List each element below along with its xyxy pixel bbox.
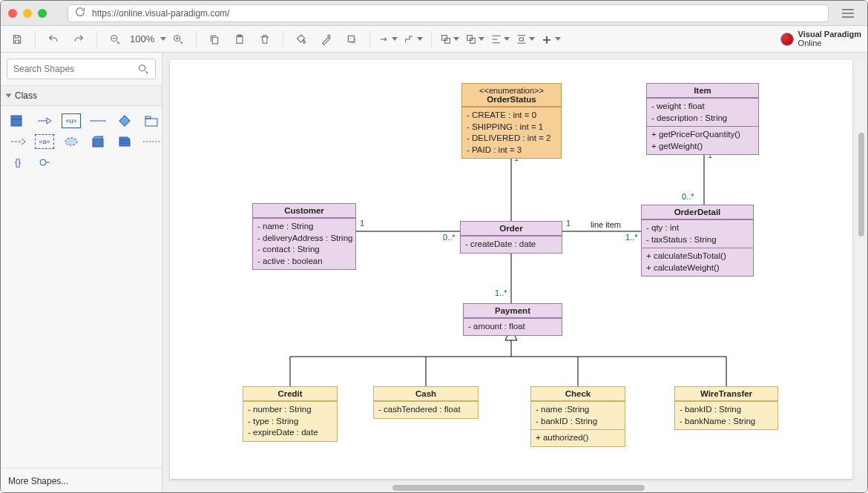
palette-association[interactable] <box>88 113 108 128</box>
distribute-button[interactable] <box>515 30 536 49</box>
attr: - number : String <box>248 404 332 416</box>
to-back-button[interactable] <box>464 30 485 49</box>
search-shapes-box[interactable] <box>7 59 156 79</box>
shapes-sidebar: Class «u» «a» {} More Shapes... <box>1 53 162 493</box>
zoom-percent[interactable]: 100% <box>127 33 157 44</box>
zoom-out-button[interactable] <box>105 30 125 49</box>
align-button[interactable] <box>490 30 510 49</box>
vertical-scrollbar[interactable] <box>857 59 866 479</box>
svg-rect-15 <box>145 119 157 126</box>
class-check[interactable]: Check - name :String - bankID : String +… <box>530 386 625 447</box>
canvas-area: 1 0..* 1 1 1..* line item 0..* 1 1..* <<… <box>162 53 867 493</box>
mult-customer-side: 1 <box>360 219 364 228</box>
scrollbar-thumb[interactable] <box>858 133 864 236</box>
palette-anchor[interactable] <box>142 134 161 149</box>
copy-button[interactable] <box>204 30 225 49</box>
connector-style-button[interactable] <box>378 30 398 49</box>
palette-usage[interactable]: «u» <box>62 113 81 128</box>
palette-package[interactable] <box>142 113 161 128</box>
op: + getWeight() <box>651 141 754 153</box>
class-cash[interactable]: Cash - cashTendered : float <box>373 386 479 419</box>
palette-note[interactable] <box>115 134 134 149</box>
paste-button[interactable] <box>229 30 250 49</box>
zoom-in-button[interactable] <box>168 30 188 49</box>
palette-dependency[interactable] <box>8 134 27 149</box>
more-shapes-link[interactable]: More Shapes... <box>1 468 162 493</box>
palette-class-shape[interactable] <box>8 113 27 128</box>
svg-rect-7 <box>445 38 450 43</box>
role-line-item: line item <box>591 220 621 229</box>
class-payment[interactable]: Payment - amount : float <box>463 303 562 336</box>
category-class[interactable]: Class <box>1 85 162 106</box>
attr: - bankID : String <box>536 416 620 428</box>
class-credit[interactable]: Credit - number : String - type : String… <box>243 386 338 442</box>
url-text: https://online.visual-paradigm.com/ <box>92 8 229 19</box>
fill-color-button[interactable] <box>291 30 312 49</box>
close-window-button[interactable] <box>8 9 17 18</box>
collapse-icon <box>6 94 12 98</box>
attr: - amount : float <box>468 321 557 333</box>
category-label: Class <box>15 90 37 101</box>
search-shapes-input[interactable] <box>13 64 137 74</box>
svg-rect-8 <box>470 38 476 43</box>
attr: - qty : int <box>646 222 749 234</box>
svg-rect-16 <box>145 116 151 119</box>
line-color-button[interactable] <box>316 30 337 49</box>
waypoint-style-button[interactable] <box>403 30 424 49</box>
attr: - name : String <box>257 221 351 233</box>
svg-rect-5 <box>349 36 355 42</box>
palette-interface[interactable] <box>35 155 54 170</box>
undo-button[interactable] <box>43 30 64 49</box>
svg-point-10 <box>139 65 145 71</box>
class-orderdetail[interactable]: OrderDetail - qty : int - taxStatus : St… <box>641 205 754 277</box>
brand-line1: Visual Paradigm <box>798 30 861 39</box>
class-name: Payment <box>495 306 530 315</box>
add-button[interactable]: ＋ <box>540 30 561 49</box>
class-order[interactable]: Order - createDate : date <box>460 221 562 254</box>
class-customer[interactable]: Customer - name : String - deliveryAddre… <box>252 203 356 270</box>
op: + calculateWeight() <box>646 262 749 274</box>
brand-line2: Online <box>798 39 822 47</box>
attr: - bankID : String <box>680 404 773 416</box>
horizontal-scrollbar[interactable] <box>170 483 852 492</box>
mult-order-side-detail: 1 <box>566 219 571 228</box>
mult-detail-side-item: 0..* <box>682 192 694 201</box>
mult-detail-side: 1..* <box>625 233 638 242</box>
class-item[interactable]: Item - weight : float - description : St… <box>646 83 759 155</box>
window-titlebar: https://online.visual-paradigm.com/ <box>1 1 867 26</box>
svg-rect-14 <box>119 116 130 126</box>
class-name: OrderDetail <box>674 208 721 216</box>
svg-rect-9 <box>467 35 473 40</box>
delete-button[interactable] <box>254 30 275 49</box>
scrollbar-thumb[interactable] <box>392 485 645 491</box>
to-front-button[interactable] <box>439 30 460 49</box>
palette-generalization[interactable] <box>35 113 54 128</box>
class-orderstatus[interactable]: <<enumeration>>OrderStatus - CREATE : in… <box>461 83 562 159</box>
save-button[interactable] <box>7 30 27 49</box>
shadow-button[interactable] <box>341 30 362 49</box>
diagram-canvas[interactable]: 1 0..* 1 1 1..* line item 0..* 1 1..* <<… <box>170 60 852 479</box>
class-wiretransfer[interactable]: WireTransfer - bankID : String - bankNam… <box>674 386 778 430</box>
attr: - DELIVERED : int = 2 <box>467 133 556 145</box>
palette-collaboration[interactable] <box>62 134 81 149</box>
browser-menu-button[interactable] <box>842 4 860 22</box>
svg-rect-18 <box>93 139 103 147</box>
zoom-dropdown-icon[interactable] <box>160 37 166 41</box>
svg-rect-2 <box>213 37 218 44</box>
palette-abstraction[interactable]: «a» <box>35 134 54 149</box>
address-bar[interactable]: https://online.visual-paradigm.com/ <box>68 4 829 22</box>
maximize-window-button[interactable] <box>38 9 47 18</box>
product-brand[interactable]: Visual ParadigmOnline <box>780 30 861 47</box>
palette-decision[interactable] <box>115 113 134 128</box>
attr: - weight : float <box>651 101 754 113</box>
minimize-window-button[interactable] <box>23 9 32 18</box>
palette-model[interactable] <box>88 134 108 149</box>
attr: - description : String <box>651 113 754 125</box>
attr: - contact : String <box>257 244 351 256</box>
zoom-controls: 100% <box>105 30 188 49</box>
reload-icon[interactable] <box>74 6 86 20</box>
palette-constraint[interactable]: {} <box>8 155 27 170</box>
attr: - taxStatus : String <box>646 234 749 246</box>
redo-button[interactable] <box>68 30 89 49</box>
op: + calculateSubTotal() <box>646 251 749 262</box>
